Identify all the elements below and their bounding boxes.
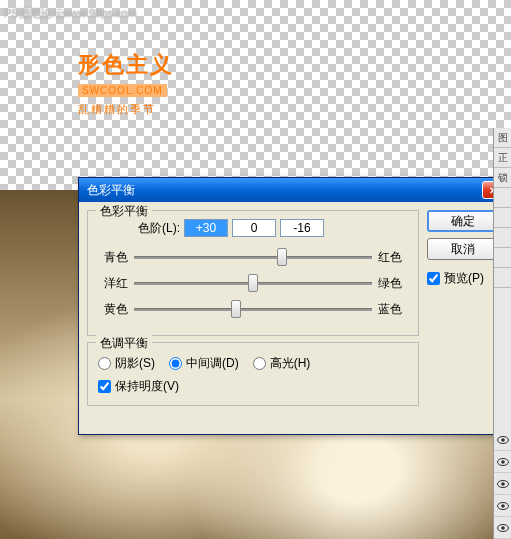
logo-main: 形色主义: [78, 50, 174, 80]
dialog-titlebar[interactable]: 色彩平衡 ✕: [79, 178, 507, 202]
levels-row: 色阶(L):: [98, 219, 408, 237]
layer-visibility-toggle[interactable]: [494, 451, 511, 473]
level-yellow-blue-input[interactable]: [280, 219, 324, 237]
slider-row-cyan-red: 青色 红色: [98, 247, 408, 267]
checkbox-label: 预览(P): [444, 270, 484, 287]
panel-stub[interactable]: 正: [494, 148, 511, 168]
preserve-luminosity-checkbox[interactable]: 保持明度(V): [98, 378, 179, 395]
layer-visibility-toggle[interactable]: [494, 429, 511, 451]
slider-right-label: 红色: [378, 249, 408, 266]
panel-stub[interactable]: 图: [494, 128, 511, 148]
slider-left-label: 洋红: [98, 275, 128, 292]
layer-visibility-toggle[interactable]: [494, 473, 511, 495]
slider-row-magenta-green: 洋红 绿色: [98, 273, 408, 293]
tone-shadow-radio[interactable]: 阴影(S): [98, 355, 155, 372]
panel-stub: [494, 268, 511, 288]
panel-stub[interactable]: 锁: [494, 168, 511, 188]
slider-magenta-green[interactable]: [134, 273, 372, 293]
svg-point-1: [501, 438, 505, 442]
panel-stub: [494, 188, 511, 208]
panel-stub: [494, 228, 511, 248]
slider-right-label: 蓝色: [378, 301, 408, 318]
slider-right-label: 绿色: [378, 275, 408, 292]
checkbox-label: 保持明度(V): [115, 378, 179, 395]
color-balance-dialog: 色彩平衡 ✕ 色彩平衡 色阶(L): 青色: [78, 177, 508, 435]
slider-left-label: 黄色: [98, 301, 128, 318]
levels-label: 色阶(L):: [138, 220, 180, 237]
slider-row-yellow-blue: 黄色 蓝色: [98, 299, 408, 319]
color-balance-group: 色彩平衡 色阶(L): 青色 红色 洋红: [87, 210, 419, 336]
checkbox-input[interactable]: [427, 272, 440, 285]
slider-left-label: 青色: [98, 249, 128, 266]
preview-checkbox[interactable]: 预览(P): [427, 270, 484, 287]
radio-label: 高光(H): [270, 355, 311, 372]
group-title-tone: 色调平衡: [96, 335, 152, 352]
checkbox-input[interactable]: [98, 380, 111, 393]
svg-point-7: [501, 504, 505, 508]
layer-visibility-toggle[interactable]: [494, 495, 511, 517]
radio-input[interactable]: [169, 357, 182, 370]
slider-thumb[interactable]: [277, 248, 287, 266]
slider-cyan-red[interactable]: [134, 247, 372, 267]
svg-point-9: [501, 526, 505, 530]
slider-thumb[interactable]: [248, 274, 258, 292]
svg-point-3: [501, 460, 505, 464]
tone-midtone-radio[interactable]: 中间调(D): [169, 355, 239, 372]
slider-yellow-blue[interactable]: [134, 299, 372, 319]
dialog-title: 色彩平衡: [87, 182, 135, 199]
logo-sub: 乱糟糟的季节: [78, 102, 174, 117]
logo-block: 形色主义 SWCOOL.COM 乱糟糟的季节: [78, 50, 174, 117]
slider-thumb[interactable]: [231, 300, 241, 318]
watermark-text: PS酒吧论坛www.98ps.com: [4, 6, 137, 21]
radio-label: 阴影(S): [115, 355, 155, 372]
radio-input[interactable]: [253, 357, 266, 370]
tone-balance-group: 色调平衡 阴影(S) 中间调(D) 高光(H): [87, 342, 419, 406]
svg-point-5: [501, 482, 505, 486]
layer-visibility-toggle[interactable]: [494, 517, 511, 539]
logo-url: SWCOOL.COM: [78, 84, 167, 97]
radio-label: 中间调(D): [186, 355, 239, 372]
radio-input[interactable]: [98, 357, 111, 370]
tone-highlight-radio[interactable]: 高光(H): [253, 355, 311, 372]
cancel-button[interactable]: 取消: [427, 238, 499, 260]
panel-stub: [494, 248, 511, 268]
level-cyan-red-input[interactable]: [184, 219, 228, 237]
layers-panel-strip: 图 正 锁: [493, 128, 511, 539]
level-magenta-green-input[interactable]: [232, 219, 276, 237]
panel-stub: [494, 208, 511, 228]
ok-button[interactable]: 确定: [427, 210, 499, 232]
group-title-balance: 色彩平衡: [96, 203, 152, 220]
